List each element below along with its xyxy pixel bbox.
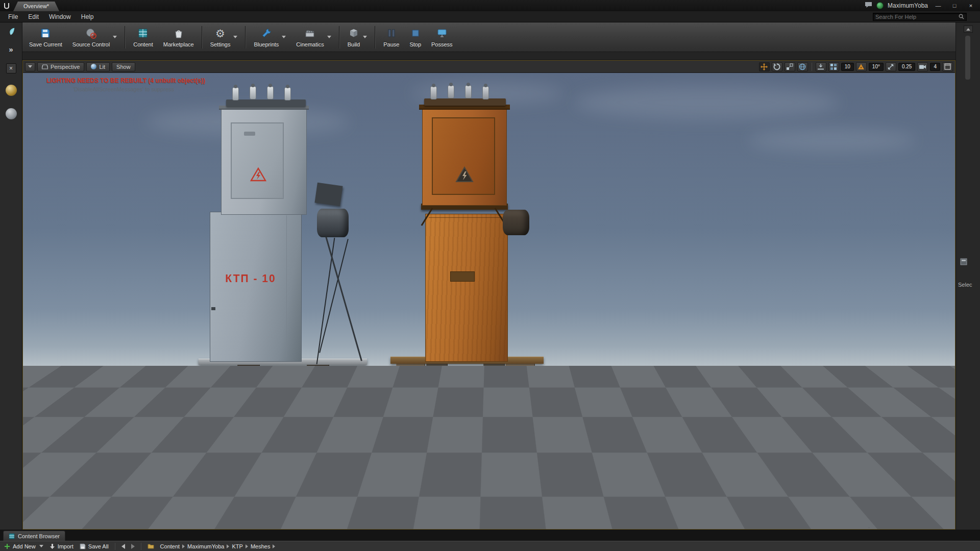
- main-toolbar: Save Current Source Control Content: [22, 22, 955, 52]
- toolbar-separator: [245, 26, 246, 48]
- menu-file[interactable]: File: [3, 12, 23, 22]
- breadcrumb-ktp[interactable]: KTP: [232, 543, 242, 549]
- menu-window[interactable]: Window: [44, 12, 76, 22]
- dropdown-caret-icon[interactable]: [363, 36, 367, 38]
- panel-close-button[interactable]: ×: [6, 63, 16, 73]
- toolbar-separator: [339, 26, 340, 48]
- forward-arrow-button[interactable]: [131, 544, 135, 549]
- level-name: Overview (Persistent): [894, 517, 948, 523]
- transformer-leg: [307, 359, 329, 479]
- source-control-button[interactable]: Source Control: [68, 24, 121, 51]
- camera-speed-value[interactable]: 4: [930, 63, 940, 71]
- menu-edit[interactable]: Edit: [23, 12, 44, 22]
- bushing: [448, 85, 454, 98]
- breadcrumb-meshes[interactable]: Meshes: [251, 543, 271, 549]
- toolbar-subbar: [22, 52, 955, 60]
- cabinet-white[interactable]: ЩЗ-3: [618, 410, 683, 487]
- unreal-editor-window: Overview* MaximumYoba — □ × File Edit Wi…: [0, 0, 980, 551]
- grid-snap-value[interactable]: 10: [841, 63, 854, 71]
- import-icon: [50, 543, 55, 549]
- save-all-icon: [80, 543, 86, 549]
- toolbar-separator: [375, 26, 376, 48]
- save-current-button[interactable]: Save Current: [24, 24, 67, 51]
- transformer-cylinder: [503, 210, 529, 235]
- add-new-button[interactable]: Add New: [4, 543, 43, 549]
- marketplace-button[interactable]: Marketplace: [159, 24, 199, 51]
- scale-snap-value[interactable]: 0.25: [898, 63, 915, 71]
- viewport-3d-scene[interactable]: КТП - 10: [23, 73, 955, 529]
- bushing: [250, 86, 256, 99]
- connection-status-icon[interactable]: [876, 2, 884, 9]
- cabinet-label: ЩЗ-3: [619, 423, 666, 429]
- camera-speed-button[interactable]: [917, 62, 928, 71]
- content-button[interactable]: Content: [129, 24, 158, 51]
- modes-mesh-icon[interactable]: [6, 108, 17, 119]
- chat-icon[interactable]: [865, 1, 872, 10]
- cabinet-beige[interactable]: [680, 425, 705, 479]
- breadcrumb-maximumyoba[interactable]: MaximumYoba: [187, 543, 224, 549]
- cabinet-green[interactable]: [749, 408, 815, 485]
- viewport-options-button[interactable]: [25, 62, 35, 71]
- save-all-button[interactable]: Save All: [80, 543, 109, 549]
- level-tab[interactable]: Overview*: [13, 2, 59, 11]
- build-button[interactable]: Build: [343, 24, 372, 51]
- help-search-box[interactable]: [873, 13, 967, 21]
- maximize-viewport-button[interactable]: [942, 62, 953, 71]
- settings-button[interactable]: ⚙ Settings: [206, 24, 242, 51]
- scroll-up-button[interactable]: [964, 26, 973, 33]
- modes-paint-icon[interactable]: [6, 85, 17, 96]
- door-marking: [244, 132, 255, 136]
- rotation-snap-value[interactable]: 10°: [869, 63, 884, 71]
- cabinet-switch: [762, 446, 768, 451]
- contact-shadow: [499, 489, 544, 495]
- cabinet-meter: [634, 432, 646, 438]
- breadcrumb-separator-icon: [182, 544, 185, 548]
- rotation-snap-button[interactable]: [856, 62, 867, 71]
- cabinet-hatch: [767, 410, 796, 417]
- rotate-tool-button[interactable]: [772, 62, 782, 71]
- toolbar-separator: [125, 26, 126, 48]
- scrollbar-thumb[interactable]: [965, 36, 970, 80]
- transformer-leg: [396, 364, 425, 493]
- camera-mode-button[interactable]: Perspective: [37, 62, 84, 71]
- scale-snap-button[interactable]: [886, 62, 896, 71]
- details-panel-icon[interactable]: [960, 258, 967, 267]
- show-flags-button[interactable]: Show: [112, 62, 135, 71]
- grid-snap-button[interactable]: [828, 62, 839, 71]
- content-browser-tab[interactable]: Content Browser: [3, 531, 65, 541]
- expand-panel-chevrons[interactable]: »: [9, 45, 13, 54]
- dropdown-caret-icon[interactable]: [327, 36, 331, 38]
- collapsed-selection-tab[interactable]: Selec: [958, 282, 980, 288]
- possess-button[interactable]: Possess: [427, 24, 457, 51]
- transformer-ktp-gray[interactable]: КТП - 10: [197, 88, 370, 502]
- pause-button[interactable]: Pause: [379, 24, 404, 51]
- foliage-mode-icon[interactable]: [7, 27, 16, 36]
- perspective-icon: [42, 64, 48, 69]
- dropdown-caret-icon[interactable]: [282, 36, 286, 38]
- cabinet-front: ЩЗ-3: [618, 414, 666, 487]
- import-button[interactable]: Import: [50, 543, 74, 549]
- transformer-ktp-orange[interactable]: [390, 88, 559, 502]
- scale-tool-button[interactable]: [785, 62, 795, 71]
- cabinet-small-white[interactable]: [825, 460, 868, 486]
- close-button[interactable]: ×: [965, 2, 977, 10]
- cinematics-button[interactable]: Cinematics: [291, 24, 335, 51]
- blueprints-button[interactable]: Blueprints: [249, 24, 290, 51]
- maximize-button[interactable]: □: [948, 2, 961, 10]
- globe-icon: [799, 63, 806, 70]
- breadcrumb-content[interactable]: Content: [160, 543, 180, 549]
- help-search-input[interactable]: [873, 14, 959, 20]
- dropdown-caret-icon[interactable]: [113, 36, 117, 38]
- back-arrow-button[interactable]: [121, 544, 125, 549]
- view-mode-button[interactable]: Lit: [86, 62, 110, 71]
- stop-button[interactable]: Stop: [405, 24, 426, 51]
- surface-snap-button[interactable]: [816, 62, 826, 71]
- dropdown-caret-icon[interactable]: [233, 36, 237, 38]
- menu-help[interactable]: Help: [76, 12, 99, 22]
- world-coordinate-button[interactable]: [797, 62, 808, 71]
- minimize-button[interactable]: —: [932, 2, 944, 10]
- move-tool-button[interactable]: [759, 62, 770, 71]
- folder-tree-icon[interactable]: [148, 543, 154, 549]
- scale-snap-icon: [887, 63, 894, 70]
- content-browser-tab-icon: [9, 533, 15, 539]
